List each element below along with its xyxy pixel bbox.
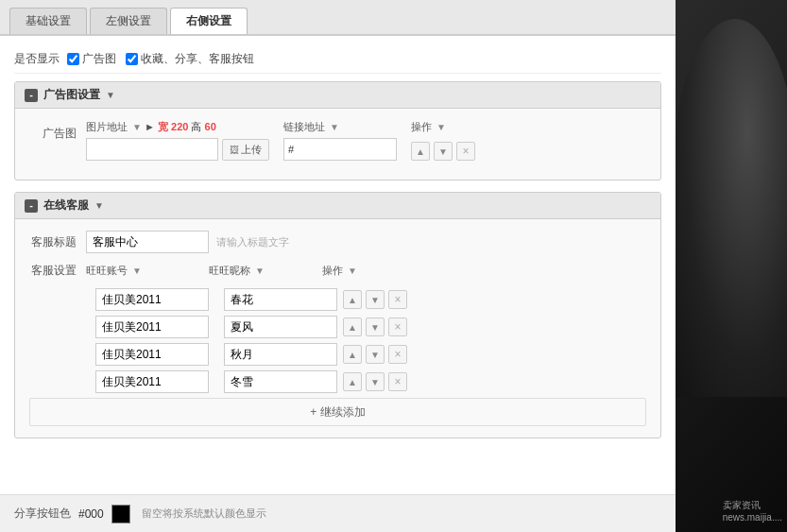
agent-ww-input-3[interactable] [95,370,209,393]
height-label: 高 [191,121,201,132]
share-color-label: 分享按钮色 [14,506,71,522]
height-value: 60 [205,121,216,132]
move-up-button[interactable]: ▲ [411,142,430,161]
agent-nick-2 [224,343,337,366]
ad-section-title: 广告图设置 [43,87,100,103]
agent-nick-1 [224,316,337,338]
agent-ops-0: ▲ ▼ × [343,290,407,309]
agent-delete-button-0[interactable]: × [388,290,407,309]
agent-ww-input-1[interactable] [95,316,209,338]
cs-title-placeholder: 请输入标题文字 [216,235,289,249]
table-row: ▲ ▼ × [29,316,646,338]
agent-up-button-0[interactable]: ▲ [343,290,362,309]
cs-section-collapse[interactable]: - [25,199,38,213]
checkbox-ad-input[interactable] [67,53,79,65]
agent-nick-input-1[interactable] [224,316,337,338]
ad-section-collapse[interactable]: - [25,89,38,102]
cs-config-header-row: 客服设置 旺旺账号 ▼ 旺旺昵称 ▼ 操作 ▼ [29,263,646,279]
main-content: 是否显示 广告图 收藏、分享、客服按钮 - 广告图设置 ▼ [0,36,676,494]
bottom-bar: 分享按钮色 #000 留空将按系统默认颜色显示 [0,494,676,532]
col-nick-dropdown[interactable]: ▼ [255,266,265,276]
agent-delete-button-1[interactable]: × [388,317,407,336]
tab-basic[interactable]: 基础设置 [9,8,87,34]
image-url-input[interactable] [86,138,218,161]
display-row: 是否显示 广告图 收藏、分享、客服按钮 [14,45,661,74]
agent-ww-2 [95,343,218,366]
background-image-area [674,0,787,532]
checkbox-collect[interactable]: 收藏、分享、客服按钮 [126,51,254,67]
tab-left[interactable]: 左侧设置 [90,8,167,34]
upload-button[interactable]: 🖼 上传 [222,139,269,161]
ad-link-url-col: 链接地址 ▼ [283,120,397,161]
cs-agents-list: ▲ ▼ × [29,288,646,393]
agent-up-button-1[interactable]: ▲ [343,317,362,336]
watermark: 卖家资讯 news.maijia.... [723,499,782,523]
checkbox-collect-input[interactable] [126,53,138,65]
main-container: 卖家资讯 news.maijia.... 基础设置 左侧设置 右侧设置 是否显示… [0,0,787,532]
cs-title-input[interactable] [86,231,209,253]
agent-ww-1 [95,316,218,338]
move-down-button[interactable]: ▼ [434,142,453,161]
image-url-dropdown-icon[interactable]: ▼ [132,122,142,132]
cs-section: - 在线客服 ▼ 客服标题 请输入标题文字 客服设置 旺旺 [14,192,661,438]
table-row: ▲ ▼ × [29,370,646,393]
cs-col-ww-header: 旺旺账号 ▼ [86,264,209,278]
upload-icon: 🖼 [230,145,239,155]
link-url-input[interactable] [283,138,397,161]
table-row: ▲ ▼ × [29,288,646,311]
ad-link-url-header: 链接地址 ▼ [283,120,397,134]
col-ww-dropdown[interactable]: ▼ [132,266,142,276]
ad-action-btns: ▲ ▼ × [411,138,475,161]
agent-delete-button-3[interactable]: × [388,372,407,391]
agent-ops-3: ▲ ▼ × [343,372,407,391]
agent-down-button-0[interactable]: ▼ [366,290,385,309]
cs-section-header: - 在线客服 ▼ [15,193,660,219]
color-swatch[interactable] [111,505,130,523]
agent-down-button-2[interactable]: ▼ [366,345,385,364]
cs-section-arrow[interactable]: ▼ [94,200,104,211]
tab-right[interactable]: 右侧设置 [170,8,248,34]
cs-section-title: 在线客服 [43,197,89,214]
agent-ww-input-2[interactable] [95,343,209,366]
image-input-group: 🖼 上传 [86,138,269,161]
agent-down-button-1[interactable]: ▼ [366,317,385,336]
delete-button[interactable]: × [456,142,475,161]
agent-delete-button-2[interactable]: × [388,345,407,364]
agent-up-button-2[interactable]: ▲ [343,345,362,364]
cs-section-body: 客服标题 请输入标题文字 客服设置 旺旺账号 ▼ 旺旺昵称 ▼ [15,219,660,438]
checkbox-collect-label: 收藏、分享、客服按钮 [141,51,254,67]
ad-section-arrow[interactable]: ▼ [106,90,115,100]
checkbox-ad[interactable]: 广告图 [67,51,116,67]
ad-section-body: 广告图 图片地址 ▼ ► 宽 220 高 [15,109,660,180]
cs-title-label: 客服标题 [29,234,86,250]
add-more-button[interactable]: + 继续添加 [29,398,646,426]
table-row: ▲ ▼ × [29,343,646,366]
agent-nick-3 [224,370,337,393]
background-figure [674,19,787,397]
col-ops-dropdown[interactable]: ▼ [348,266,357,276]
agent-ww-3 [95,370,218,393]
content-panel: 基础设置 左侧设置 右侧设置 是否显示 广告图 收藏、分享、客服按钮 [0,0,676,532]
share-color-hint: 留空将按系统默认颜色显示 [142,506,266,521]
link-url-dropdown-icon[interactable]: ▼ [330,122,339,132]
agent-ww-0 [95,288,218,311]
agent-nick-input-0[interactable] [224,288,337,311]
agent-nick-input-3[interactable] [224,370,337,393]
ad-image-url-header: 图片地址 ▼ ► 宽 220 高 60 [86,120,269,134]
ad-ops-col: 操作 ▼ ▲ ▼ × [411,120,475,161]
display-label: 是否显示 [14,51,60,67]
ad-section-header: - 广告图设置 ▼ [15,82,660,109]
checkbox-ad-label: 广告图 [82,51,116,67]
cs-title-row: 客服标题 请输入标题文字 [29,231,646,253]
cs-col-ops-header: 操作 ▼ [322,264,357,278]
cs-config-label: 客服设置 [29,263,86,279]
agent-up-button-3[interactable]: ▲ [343,372,362,391]
ad-image-url-col: 图片地址 ▼ ► 宽 220 高 60 [86,120,269,161]
agent-ops-2: ▲ ▼ × [343,345,407,364]
width-value: 220 [171,121,188,132]
ops-dropdown-icon[interactable]: ▼ [436,122,446,132]
agent-down-button-3[interactable]: ▼ [366,372,385,391]
agent-nick-input-2[interactable] [224,343,337,366]
agent-ww-input-0[interactable] [95,288,209,311]
ad-cols: 图片地址 ▼ ► 宽 220 高 60 [86,120,646,161]
